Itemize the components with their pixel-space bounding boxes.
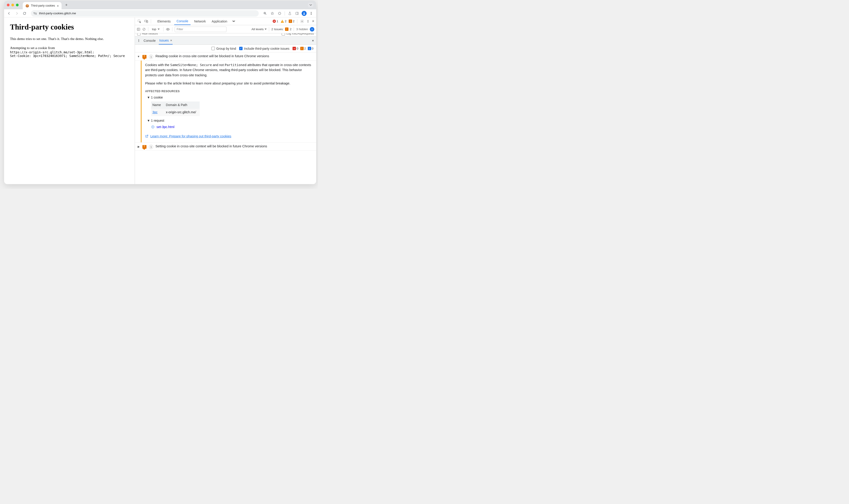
toggle-cookies-icon[interactable]: ▼	[147, 95, 151, 99]
tab-close-icon[interactable]: ×	[57, 4, 59, 8]
clear-console-icon[interactable]	[142, 28, 146, 31]
context-selector[interactable]: top	[151, 27, 161, 31]
log-levels-selector[interactable]: All levels	[251, 28, 266, 31]
svg-point-22	[139, 41, 139, 41]
toolbar-actions	[262, 11, 314, 16]
cookie-domain: x-origin-src.glitch.me/	[164, 109, 200, 116]
labs-icon[interactable]	[287, 11, 293, 16]
live-expression-icon[interactable]	[166, 28, 170, 31]
extensions-icon[interactable]	[277, 11, 282, 16]
source-url: https://x-origin-src.glitch.me/set-3pc.h…	[10, 50, 129, 54]
hidden-count[interactable]: 3 hidden	[296, 28, 308, 31]
separator	[148, 27, 148, 31]
learn-more-link[interactable]: Learn more: Prepare for phasing out thir…	[145, 134, 313, 139]
inspect-element-icon[interactable]	[137, 19, 142, 24]
toggle-sidebar-icon[interactable]	[137, 28, 140, 31]
svg-point-6	[311, 13, 312, 14]
profile-avatar[interactable]	[302, 11, 307, 16]
svg-point-20	[139, 39, 139, 40]
back-button[interactable]	[6, 11, 12, 16]
col-name: Name	[151, 102, 164, 109]
svg-point-21	[139, 40, 139, 41]
console-settings-gear-icon[interactable]	[310, 27, 314, 32]
svg-point-4	[304, 13, 305, 13]
zoom-icon[interactable]	[262, 11, 268, 16]
affected-resources-title: AFFECTED RESOURCES	[145, 89, 313, 93]
close-drawer-icon[interactable]: ×	[312, 39, 314, 42]
tab-network[interactable]: Network	[192, 17, 208, 25]
issues-count-badge[interactable]: !2	[289, 19, 294, 23]
address-input[interactable]: third-party-cookies.glitch.me	[31, 10, 259, 17]
issue-warning-icon	[142, 145, 147, 149]
request-count: 1 request	[151, 119, 164, 122]
issue-warning-icon	[142, 54, 147, 59]
titlebar: 🍪 Third-party cookies × +	[4, 1, 316, 9]
table-row: 3pc x-origin-src.glitch.me/	[151, 109, 200, 116]
side-panel-icon[interactable]	[294, 11, 300, 16]
toggle-issue-icon[interactable]: ▶	[137, 145, 140, 148]
console-settings-row: Hide network Log XMLHttpRequests	[135, 33, 316, 37]
error-count-badge[interactable]: 1	[272, 19, 278, 23]
separator	[297, 19, 297, 23]
warning-count-badge[interactable]: 2	[281, 19, 286, 23]
close-devtools-icon[interactable]: ×	[312, 19, 314, 24]
filter-errors-badge[interactable]: ×0	[293, 47, 298, 50]
issues-list: ▼ 1 Reading cookie in cross-site context…	[135, 52, 316, 184]
tab-title: Third-party cookies	[31, 4, 55, 7]
filter-warnings-badge[interactable]: !2	[300, 47, 306, 50]
more-tabs-icon[interactable]	[231, 19, 236, 24]
drawer-tab-issues[interactable]: Issues ×	[159, 37, 172, 44]
page-content: Third-party cookies This demo tries to s…	[4, 17, 135, 184]
forward-button[interactable]	[14, 11, 19, 16]
col-domain: Domain & Path	[164, 102, 200, 109]
svg-point-18	[167, 29, 169, 30]
minimize-window-button[interactable]	[11, 4, 14, 6]
drawer-tab-close-icon[interactable]: ×	[170, 39, 172, 42]
browser-tab[interactable]: 🍪 Third-party cookies ×	[23, 2, 61, 9]
settings-gear-icon[interactable]	[300, 19, 304, 23]
include-thirdparty-checkbox[interactable]: ✓Include third-party cookie issues	[239, 47, 289, 50]
close-window-button[interactable]	[7, 4, 10, 6]
external-link-icon	[145, 134, 148, 138]
hide-network-checkbox[interactable]	[137, 33, 141, 35]
tab-application[interactable]: Application	[209, 17, 230, 25]
tab-elements[interactable]: Elements	[155, 17, 173, 25]
svg-rect-3	[296, 12, 298, 15]
devtools-menu-icon[interactable]	[306, 19, 309, 23]
tabs-dropdown-button[interactable]	[308, 3, 314, 7]
page-title: Third-party cookies	[10, 23, 129, 31]
reload-button[interactable]	[22, 11, 27, 16]
group-by-kind-checkbox[interactable]: Group by kind	[211, 47, 236, 50]
window-controls	[7, 4, 19, 6]
issues-link[interactable]: 2 Issues: ! 2	[271, 28, 291, 31]
drawer-menu-icon[interactable]	[137, 39, 140, 43]
maximize-window-button[interactable]	[16, 4, 19, 6]
filter-info-badge[interactable]: i0	[308, 47, 314, 50]
toggle-issue-icon[interactable]: ▼	[137, 55, 140, 58]
issues-filter-bar: Group by kind ✓Include third-party cooki…	[135, 45, 316, 52]
issue-item: ▼ 1 Reading cookie in cross-site context…	[135, 52, 316, 142]
drawer-tab-console[interactable]: Console	[143, 37, 156, 44]
site-settings-icon[interactable]	[33, 12, 37, 15]
cookie-count: 1 cookie	[151, 95, 163, 99]
device-toolbar-icon[interactable]	[144, 19, 149, 24]
console-toolbar: top Filter All levels 2 Issue	[135, 25, 316, 33]
separator	[151, 19, 151, 23]
new-tab-button[interactable]: +	[64, 3, 70, 7]
svg-point-0	[34, 12, 34, 13]
svg-point-19	[312, 29, 313, 30]
devtools-panel: Elements Console Network Application 1 2	[135, 17, 316, 184]
chrome-menu-icon[interactable]	[308, 11, 314, 16]
cookie-name-link[interactable]: 3pc	[153, 110, 158, 114]
tab-console[interactable]: Console	[174, 17, 190, 25]
request-link[interactable]: set-3pc.html	[157, 124, 174, 129]
page-description: This demo tries to set one. That's it. T…	[10, 37, 129, 41]
issue-title: Reading cookie in cross-site context wil…	[155, 54, 269, 58]
set-cookie-header: Set-Cookie: 3pc=1703240163971; SameSite=…	[10, 54, 129, 58]
issue-body: Cookies with the SameSite=None; Secure a…	[141, 60, 316, 142]
toggle-requests-icon[interactable]: ▼	[147, 119, 151, 122]
filter-input[interactable]: Filter	[175, 26, 227, 32]
issue-count-badge: 1	[149, 145, 153, 149]
log-xhr-checkbox[interactable]	[282, 33, 285, 35]
bookmark-star-icon[interactable]	[270, 11, 275, 16]
